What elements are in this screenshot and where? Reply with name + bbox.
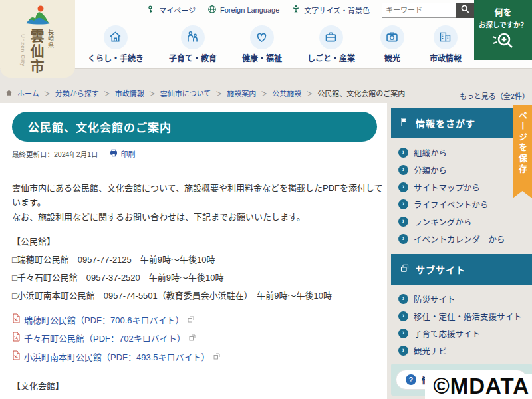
print-label: 印刷 bbox=[121, 148, 136, 159]
nav-label: 子育て・教育 bbox=[169, 52, 217, 63]
text-size-link[interactable]: 文字サイズ・背景色 bbox=[291, 5, 370, 15]
chevron-circle-icon bbox=[398, 165, 408, 175]
facility-row: □千々石町公民館 0957-37-2520 午前9時～午後10時 bbox=[12, 271, 387, 283]
facility-row: □小浜町南本町公民館 0957-74-5501（教育委員会小浜駐在） 午前9時～… bbox=[12, 289, 387, 301]
pdf-link[interactable]: 小浜町南本町公民館（PDF：493.5キロバイト） bbox=[24, 350, 210, 363]
nav-item-kurashi[interactable]: くらし・手続き bbox=[88, 25, 144, 63]
breadcrumb-separator: ＞ bbox=[215, 88, 222, 98]
nav-item-shigoto[interactable]: しごと・産業 bbox=[307, 25, 355, 63]
logo-city-name: 雲仙市 bbox=[29, 29, 43, 74]
nav-label: しごと・産業 bbox=[307, 52, 355, 63]
save-page-ribbon[interactable]: ページを保存 bbox=[513, 105, 532, 198]
mdata-watermark: ©MDATA bbox=[425, 374, 532, 399]
nav-label: 健康・福祉 bbox=[242, 52, 282, 63]
pdf-link[interactable]: 千々石町公民館（PDF：702キロバイト） bbox=[24, 332, 186, 344]
breadcrumb-separator: ＞ bbox=[261, 88, 267, 98]
chevron-circle-icon bbox=[398, 234, 408, 244]
breadcrumb-separator: ＞ bbox=[104, 88, 110, 98]
intro-line: なお、施設利用などに関するお問い合わせは、下記までお願いいたします。 bbox=[12, 210, 387, 225]
subsite-window-icon bbox=[400, 263, 410, 275]
logo-prefecture: 長崎県 bbox=[47, 29, 55, 49]
breadcrumb-link[interactable]: 公共施設 bbox=[272, 88, 301, 98]
sidebar-item-lifeevent[interactable]: ライフイベントから bbox=[391, 196, 532, 213]
pdf-icon bbox=[12, 350, 21, 363]
search-promo-button[interactable]: 何を お探しですか？ bbox=[474, 0, 532, 60]
main-content: 公民館、文化会館のご案内 最終更新日：2024年2月1日 印刷 雲仙市内にある公… bbox=[0, 103, 387, 399]
search-bar bbox=[382, 3, 474, 18]
breadcrumb-link[interactable]: 雲仙市について bbox=[160, 88, 211, 98]
foreign-language-label: Foreign Language bbox=[220, 6, 279, 14]
sidebar-item-label: ライフイベントから bbox=[414, 198, 489, 211]
pdf-link-row: 瑞穂町公民館（PDF：700.6キロバイト） bbox=[12, 314, 387, 325]
sidebar-item-bunrui[interactable]: 分類から bbox=[391, 161, 532, 178]
breadcrumb-separator: ＞ bbox=[44, 88, 51, 98]
sidebar-item-label: 防災サイト bbox=[414, 293, 456, 305]
nav-item-shisei[interactable]: 市政情報 bbox=[430, 25, 462, 63]
sidebar-item-eventcalendar[interactable]: イベントカレンダーから bbox=[391, 230, 532, 247]
chevron-circle-icon bbox=[398, 329, 408, 338]
sidebar-item-kanko-navi[interactable]: 観光ナビ bbox=[391, 342, 532, 359]
sidebar-section-title: サブサイト bbox=[416, 263, 466, 276]
sidebar-item-label: サイトマップから bbox=[414, 181, 480, 194]
question-icon bbox=[406, 374, 416, 385]
sidebar-item-label: イベントカレンダーから bbox=[414, 233, 505, 245]
chevron-circle-icon bbox=[398, 148, 408, 158]
promo-line1: 何を bbox=[494, 5, 511, 18]
breadcrumb-link[interactable]: ホーム bbox=[17, 88, 39, 98]
accessibility-icon bbox=[291, 5, 301, 15]
page: マイページ Foreign Language 文字サイズ・背景色 bbox=[0, 0, 532, 399]
sidebar-section-search-header: 情報をさがす bbox=[391, 108, 532, 138]
more-link[interactable]: もっと見る（全2件） bbox=[391, 90, 532, 101]
sidebar-item-iju[interactable]: 移住・定住・婚活支援サイト bbox=[391, 307, 532, 325]
pdf-link-list: 瑞穂町公民館（PDF：700.6キロバイト） 千々石町公民館（PDF：702キロ… bbox=[0, 314, 387, 362]
nav-label: くらし・手続き bbox=[88, 52, 144, 63]
sidebar-item-kosodate-ouen[interactable]: 子育て応援サイト bbox=[391, 325, 532, 342]
breadcrumb-separator: ＞ bbox=[306, 88, 313, 98]
printer-icon bbox=[109, 148, 118, 159]
intro-paragraph: 雲仙市内にある公民館、文化会館について、施設概要や利用料金などを掲載したPDFを… bbox=[12, 181, 387, 225]
sidebar-item-soshiki[interactable]: 組織から bbox=[391, 144, 532, 161]
print-button[interactable]: 印刷 bbox=[109, 148, 136, 159]
key-icon bbox=[147, 5, 156, 15]
nav-label: 市政情報 bbox=[430, 52, 462, 63]
pdf-link-row: 小浜町南本町公民館（PDF：493.5キロバイト） bbox=[12, 351, 387, 362]
unzen-logo-icon bbox=[22, 3, 54, 28]
sidebar-item-ranking[interactable]: ランキングから bbox=[391, 213, 532, 230]
nav-item-kanko[interactable]: 観光 bbox=[380, 25, 404, 63]
parent-child-icon bbox=[181, 25, 205, 49]
search-button[interactable] bbox=[456, 3, 474, 18]
external-link-icon bbox=[213, 350, 220, 362]
magnifier-plus-icon bbox=[491, 31, 515, 54]
save-page-label: ページを保存 bbox=[516, 111, 529, 198]
building-icon bbox=[434, 25, 458, 49]
sidebar-section-title: 情報をさがす bbox=[416, 116, 475, 130]
flag-icon bbox=[400, 117, 410, 129]
mypage-link[interactable]: マイページ bbox=[147, 5, 196, 15]
nav-item-kenko[interactable]: 健康・福祉 bbox=[242, 25, 282, 63]
breadcrumb-link[interactable]: 市政情報 bbox=[115, 88, 144, 98]
kominkan-heading: 【公民館】 bbox=[12, 235, 387, 247]
pdf-link[interactable]: 瑞穂町公民館（PDF：700.6キロバイト） bbox=[24, 313, 184, 326]
mypage-label: マイページ bbox=[159, 5, 196, 15]
breadcrumb-link[interactable]: 施設案内 bbox=[227, 88, 256, 98]
sidebar-item-label: 分類から bbox=[414, 164, 447, 176]
health-heart-icon bbox=[250, 25, 274, 49]
sidebar-item-label: 移住・定住・婚活支援サイト bbox=[414, 310, 522, 323]
site-logo[interactable]: Unzen City 雲仙市 長崎県 bbox=[0, 0, 75, 78]
briefcase-icon bbox=[319, 25, 343, 49]
nav-item-kosodate[interactable]: 子育て・教育 bbox=[169, 25, 217, 63]
globe-icon bbox=[207, 5, 217, 15]
global-nav: くらし・手続き 子育て・教育 健康・福祉 しごと・産業 bbox=[75, 20, 474, 68]
chevron-circle-icon bbox=[398, 311, 408, 321]
sidebar-item-sitemap[interactable]: サイトマップから bbox=[391, 178, 532, 196]
sidebar-section-subsite-header: サブサイト bbox=[391, 254, 532, 285]
bunka-heading: 【文化会館】 bbox=[12, 379, 387, 392]
meta-row: 最終更新日：2024年2月1日 印刷 bbox=[12, 148, 387, 159]
sidebar-item-bosai[interactable]: 防災サイト bbox=[391, 290, 532, 307]
page-title: 公民館、文化会館のご案内 bbox=[28, 118, 172, 135]
breadcrumb-link[interactable]: 分類から探す bbox=[55, 88, 99, 98]
utility-bar: マイページ Foreign Language 文字サイズ・背景色 bbox=[75, 0, 477, 20]
search-input[interactable] bbox=[382, 3, 456, 18]
sidebar-search-items: 組織から 分類から サイトマップから ライフイベントから ランキングから イベン… bbox=[391, 138, 532, 247]
foreign-language-link[interactable]: Foreign Language bbox=[207, 5, 279, 15]
